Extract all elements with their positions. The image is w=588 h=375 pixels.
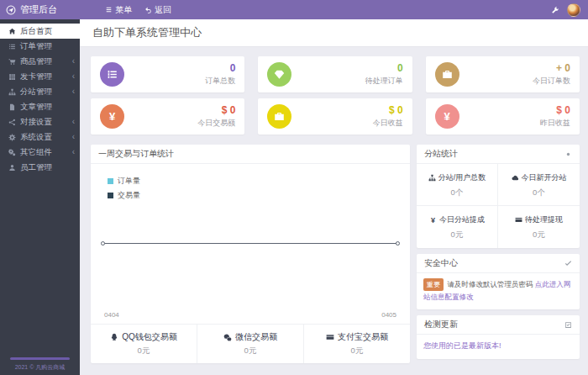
stat-value: $ 0 bbox=[373, 104, 403, 116]
payment-label: 微信交易额 bbox=[235, 331, 277, 343]
stat-label: 今日交易额 bbox=[197, 118, 235, 129]
top-header: 管理后台 菜单 返回 bbox=[0, 0, 588, 19]
update-message: 您使用的已是最新版本! bbox=[417, 335, 580, 359]
payment-label: QQ钱包交易额 bbox=[122, 331, 177, 343]
sidebar-item-system[interactable]: 系统设置‹ bbox=[0, 129, 80, 145]
sidebar-item-label: 订单管理 bbox=[20, 41, 52, 52]
brand[interactable]: 管理后台 bbox=[0, 3, 80, 16]
menu-bars-icon bbox=[105, 6, 113, 13]
stat-card-income-yesterday: ¥$ 0昨日收益 bbox=[426, 98, 580, 135]
substat-value: 0元 bbox=[498, 230, 580, 240]
briefcase-icon bbox=[435, 62, 459, 87]
security-panel: 安全中心 重要 请及时修改默认管理员密码 点此进入网站信息配置修改 bbox=[417, 254, 580, 309]
sidebar-item-substations[interactable]: 分站管理‹ bbox=[0, 84, 80, 99]
substat-cell-3: 待处理提现0元 bbox=[498, 206, 580, 248]
grid-icon bbox=[8, 73, 16, 81]
page-header: 自助下单系统管理中心 bbox=[80, 19, 588, 47]
substat-value: 0个 bbox=[498, 188, 580, 198]
update-panel-header: 检测更新 bbox=[417, 315, 580, 335]
sidebar-item-dashboard[interactable]: 后台首页 bbox=[0, 24, 80, 39]
card-icon bbox=[515, 216, 522, 224]
substat-label: 今日新开分站 bbox=[522, 172, 567, 183]
legend-swatch bbox=[108, 178, 113, 184]
yen-icon: ¥ bbox=[435, 104, 459, 129]
payment-value: 0元 bbox=[244, 346, 257, 357]
share-icon bbox=[8, 119, 16, 126]
important-badge: 重要 bbox=[423, 278, 444, 291]
sidebar: 后台首页订单管理商品管理‹发卡管理‹分站管理‹文章管理对接设置‹系统设置‹其它组… bbox=[0, 19, 80, 375]
brand-logo-icon bbox=[6, 5, 16, 15]
sidebar-item-cards[interactable]: 发卡管理‹ bbox=[0, 69, 80, 84]
wechat-icon bbox=[223, 333, 232, 341]
main-content: 0订单总数0待处理订单+ 0今日订单数¥$ 0今日交易额$ 0今日收益¥$ 0昨… bbox=[80, 47, 588, 375]
chevron-left-icon: ‹ bbox=[72, 72, 75, 81]
chart-title: 一周交易与订单统计 bbox=[98, 148, 174, 160]
payment-stat-0: QQ钱包交易额0元 bbox=[91, 325, 197, 363]
cogs-icon bbox=[8, 149, 16, 156]
chevron-left-icon: ‹ bbox=[72, 118, 75, 126]
sidebar-item-label: 员工管理 bbox=[20, 162, 52, 173]
stat-label: 待处理订单 bbox=[365, 76, 403, 87]
users-icon bbox=[8, 164, 16, 172]
right-column: 分站统计 分站/用户总数0个今日新开分站0个¥今日分站提成0元待处理提现0元 安… bbox=[417, 145, 580, 365]
stat-label: 今日订单数 bbox=[533, 76, 570, 87]
chart-panel-header: 一周交易与订单统计 bbox=[91, 145, 410, 164]
sidebar-item-label: 其它组件 bbox=[20, 147, 52, 158]
stat-card-trade-today: ¥$ 0今日交易额 bbox=[91, 98, 244, 135]
list-icon bbox=[8, 43, 16, 50]
stat-label: 订单总数 bbox=[205, 76, 235, 87]
payment-label: 支付宝交易额 bbox=[338, 331, 388, 343]
menu-toggle[interactable]: 菜单 bbox=[105, 4, 132, 16]
stat-card-order-pending: 0待处理订单 bbox=[258, 56, 412, 92]
wrench-icon[interactable] bbox=[551, 6, 559, 14]
legend-item[interactable]: 订单量 bbox=[108, 176, 140, 187]
sidebar-item-components[interactable]: 其它组件‹ bbox=[0, 145, 80, 160]
substat-cell-0: 分站/用户总数0个 bbox=[417, 164, 498, 206]
legend-item[interactable]: 交易量 bbox=[108, 190, 140, 201]
back-button[interactable]: 返回 bbox=[144, 4, 171, 16]
sidebar-menu: 后台首页订单管理商品管理‹发卡管理‹分站管理‹文章管理对接设置‹系统设置‹其它组… bbox=[0, 19, 80, 175]
payment-value: 0元 bbox=[138, 346, 150, 357]
legend-label: 交易量 bbox=[118, 190, 140, 201]
chevron-left-icon: ‹ bbox=[72, 148, 75, 156]
x-axis-tick-left: 0404 bbox=[104, 311, 119, 319]
sidebar-item-products[interactable]: 商品管理‹ bbox=[0, 54, 80, 69]
chart-point-left bbox=[101, 241, 105, 246]
substation-panel-title: 分站统计 bbox=[424, 148, 458, 160]
page-title: 自助下单系统管理中心 bbox=[92, 25, 202, 40]
stat-value: $ 0 bbox=[197, 104, 235, 116]
substation-panel: 分站统计 分站/用户总数0个今日新开分站0个¥今日分站提成0元待处理提现0元 bbox=[417, 145, 580, 248]
sidebar-item-label: 分站管理 bbox=[20, 87, 52, 98]
payment-stat-2: 支付宝交易额0元 bbox=[303, 325, 410, 363]
sidebar-item-label: 系统设置 bbox=[20, 132, 52, 143]
stat-label: 昨日收益 bbox=[540, 118, 570, 129]
sidebar-item-label: 文章管理 bbox=[20, 102, 52, 113]
chevron-left-icon: ‹ bbox=[72, 87, 75, 96]
yen-icon: ¥ bbox=[429, 216, 437, 224]
stat-value: + 0 bbox=[533, 62, 570, 74]
substation-panel-header: 分站统计 bbox=[417, 145, 580, 164]
sidebar-item-orders[interactable]: 订单管理 bbox=[0, 39, 80, 54]
payment-stats-row: QQ钱包交易额0元微信交易额0元支付宝交易额0元 bbox=[91, 324, 410, 363]
user-avatar[interactable] bbox=[567, 3, 580, 17]
chevron-left-icon: ‹ bbox=[72, 133, 75, 141]
back-arrow-icon bbox=[144, 6, 152, 13]
payment-value: 0元 bbox=[351, 346, 364, 357]
sidebar-item-staff[interactable]: 员工管理 bbox=[0, 160, 80, 175]
card-icon bbox=[326, 333, 334, 341]
x-axis-tick-right: 0405 bbox=[381, 311, 396, 319]
briefcase-icon bbox=[267, 104, 291, 129]
header-right bbox=[551, 3, 588, 17]
security-panel-body: 重要 请及时修改默认管理员密码 点此进入网站信息配置修改 bbox=[417, 273, 580, 309]
substat-value: 0个 bbox=[417, 188, 497, 198]
cloud-icon bbox=[512, 174, 519, 182]
checkbox-icon bbox=[564, 321, 572, 329]
file-icon bbox=[8, 103, 16, 111]
payment-stat-1: 微信交易额0元 bbox=[197, 325, 303, 363]
substat-label: 今日分站提成 bbox=[439, 214, 485, 225]
copyright: 2021 © 凡购云商城 bbox=[0, 363, 80, 373]
sidebar-item-articles[interactable]: 文章管理 bbox=[0, 99, 80, 114]
substat-label: 待处理提现 bbox=[525, 214, 563, 225]
back-label: 返回 bbox=[155, 4, 171, 16]
sidebar-item-integration[interactable]: 对接设置‹ bbox=[0, 114, 80, 129]
